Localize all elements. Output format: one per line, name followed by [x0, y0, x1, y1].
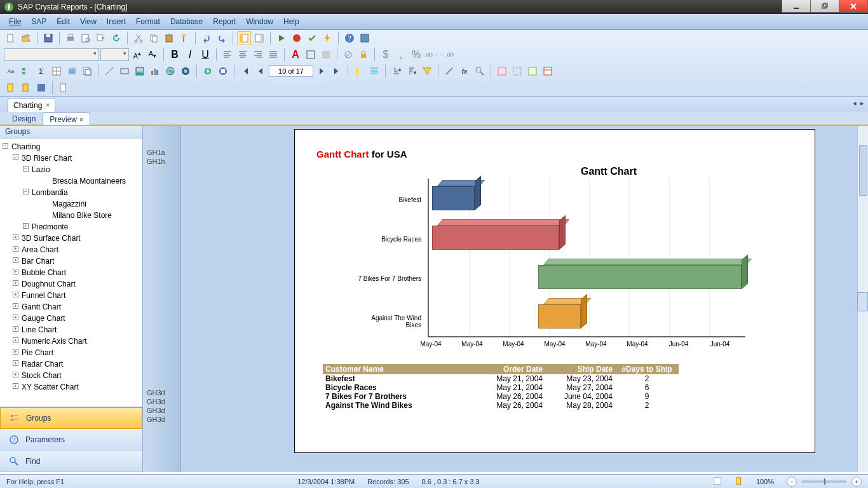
sort-asc-button[interactable] — [390, 64, 403, 78]
document-tab[interactable]: Charting × — [8, 98, 55, 112]
align-center-button[interactable] — [236, 48, 250, 62]
increase-decimal-button[interactable]: .00→ — [424, 48, 438, 62]
menu-sap[interactable]: SAP — [26, 15, 51, 28]
toggle-panel-2-button[interactable] — [252, 31, 266, 45]
font-family-combo[interactable] — [4, 48, 99, 61]
tree-node[interactable]: −Charting — [0, 141, 142, 152]
menu-insert[interactable]: Insert — [102, 15, 131, 28]
font-size-combo[interactable] — [100, 48, 129, 61]
info-button[interactable] — [358, 31, 372, 45]
redo-button[interactable] — [215, 31, 229, 45]
misc-2-button[interactable] — [19, 81, 33, 95]
bold-button[interactable]: B — [168, 48, 182, 62]
section-label[interactable]: GH1a — [143, 148, 180, 157]
refresh-button[interactable] — [109, 31, 123, 45]
align-justify-button[interactable] — [266, 48, 280, 62]
misc-1-button[interactable] — [4, 81, 18, 95]
menu-report[interactable]: Report — [208, 15, 241, 28]
tree-node[interactable]: +Doughnut Chart — [0, 278, 142, 290]
section-label[interactable]: GH3d — [143, 397, 180, 406]
insert-flash-button[interactable] — [179, 64, 193, 78]
scrollbar-grip[interactable] — [857, 292, 868, 311]
tree-node[interactable]: +Piedmonte — [0, 221, 142, 233]
refresh-data-button[interactable] — [201, 64, 215, 78]
suppress-button[interactable] — [341, 48, 355, 62]
insert-picture-button[interactable] — [133, 64, 147, 78]
help-button[interactable]: ? — [342, 31, 356, 45]
tab-scroll-left[interactable]: ◂ — [853, 99, 857, 107]
section-label[interactable]: GH3d — [143, 406, 180, 415]
nav-first-button[interactable] — [238, 64, 252, 78]
italic-button[interactable]: I — [183, 48, 197, 62]
sort-desc-button[interactable] — [405, 64, 419, 78]
insert-line-button[interactable] — [102, 64, 116, 78]
window-minimize-button[interactable] — [782, 0, 811, 13]
report-canvas[interactable]: Gantt Chart for USA Gantt Chart Bikefest… — [181, 126, 868, 472]
decrease-font-button[interactable]: A▾ — [146, 48, 159, 62]
menu-format[interactable]: Format — [131, 15, 165, 28]
align-left-button[interactable] — [220, 48, 234, 62]
vertical-scrollbar[interactable] — [857, 126, 868, 472]
tree-node[interactable]: +Gauge Chart — [0, 313, 142, 324]
decrease-decimal-button[interactable]: ←.00 — [440, 48, 454, 62]
lightning-button[interactable] — [320, 31, 334, 45]
tree-node[interactable]: +Pie Chart — [0, 347, 142, 358]
print-preview-button[interactable] — [79, 31, 93, 45]
tree-node[interactable]: −Lazio — [0, 164, 142, 175]
nav-prev-button[interactable] — [254, 64, 268, 78]
menu-help[interactable]: Help — [278, 15, 304, 28]
window-close-button[interactable] — [839, 0, 868, 13]
zoom-out-button[interactable]: − — [787, 477, 797, 487]
window-restore-button[interactable] — [810, 0, 839, 13]
print-button[interactable] — [64, 31, 78, 45]
tree-node[interactable]: +Area Chart — [0, 244, 142, 255]
misc-4-button[interactable] — [57, 81, 71, 95]
highlight-button[interactable] — [352, 64, 366, 78]
increase-font-button[interactable]: A▴ — [130, 48, 144, 62]
tree-node[interactable]: +3D Surface Chart — [0, 233, 142, 244]
new-button[interactable] — [4, 31, 18, 45]
formula-button[interactable]: fx — [458, 64, 471, 78]
align-right-button[interactable] — [251, 48, 265, 62]
tab-scroll-right[interactable]: ▸ — [860, 99, 864, 107]
insert-box-button[interactable] — [118, 64, 132, 78]
menu-edit[interactable]: Edit — [51, 15, 75, 28]
tree-node[interactable]: +Gantt Chart — [0, 301, 142, 313]
design-tab[interactable]: Design — [5, 112, 43, 125]
insert-map-button[interactable] — [163, 64, 177, 78]
check-button[interactable] — [305, 31, 319, 45]
tree-node[interactable]: Milano Bike Store — [0, 210, 142, 221]
open-button[interactable] — [19, 31, 33, 45]
borders-button[interactable] — [304, 48, 318, 62]
preview-tab[interactable]: Preview× — [43, 112, 90, 125]
fill-button[interactable] — [319, 48, 333, 62]
tree-node[interactable]: +Bar Chart — [0, 255, 142, 267]
menu-view[interactable]: View — [75, 15, 102, 28]
menu-database[interactable]: Database — [165, 15, 208, 28]
sidebar-find-button[interactable]: Find — [0, 451, 142, 472]
insert-chart-button[interactable] — [148, 64, 162, 78]
run-button[interactable] — [275, 31, 288, 45]
tree-node[interactable]: −Lombardia — [0, 187, 142, 198]
insert-olap-button[interactable] — [65, 64, 79, 78]
tree-node[interactable]: Brescia Mountaineers — [0, 175, 142, 187]
undo-button[interactable] — [200, 31, 214, 45]
section-label[interactable]: GH1h — [143, 157, 180, 166]
tree-node[interactable]: +Bubble Chart — [0, 267, 142, 278]
toggle-panel-1-button[interactable] — [237, 31, 251, 45]
tree-node[interactable]: Magazzini — [0, 198, 142, 210]
format-painter-button[interactable] — [177, 31, 191, 45]
grid-1-button[interactable] — [495, 64, 509, 78]
copy-button[interactable] — [147, 31, 161, 45]
select-expert-button[interactable] — [473, 64, 487, 78]
stop-data-button[interactable] — [216, 64, 230, 78]
insert-crosstab-button[interactable] — [50, 64, 64, 78]
percent-button[interactable]: % — [409, 48, 423, 62]
nav-last-button[interactable] — [330, 64, 344, 78]
grid-2-button[interactable] — [510, 64, 524, 78]
section-label[interactable]: GH3d — [143, 388, 180, 397]
template-button[interactable] — [541, 64, 555, 78]
scrollbar-thumb[interactable] — [859, 145, 867, 196]
nav-next-button[interactable] — [315, 64, 329, 78]
page-number-input[interactable] — [269, 65, 313, 77]
